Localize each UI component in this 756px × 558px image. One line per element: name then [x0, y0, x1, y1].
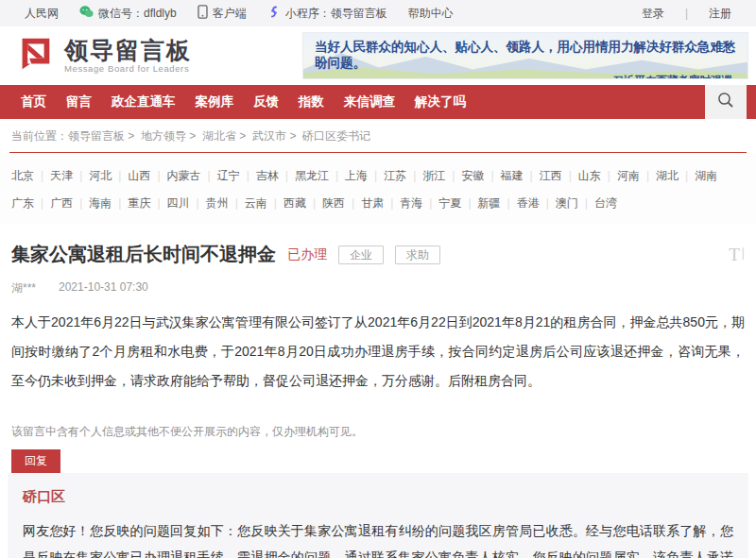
- province-link[interactable]: 广西: [34, 196, 73, 210]
- nav-item[interactable]: 案例库: [190, 93, 240, 110]
- title-row: 集家公寓退租后长时间不退押金 已办理 企业求助 T∣: [11, 242, 745, 267]
- nav-item[interactable]: 解决了吗: [409, 93, 472, 110]
- site-logo[interactable]: 领导留言板 Message Board for Leaders: [13, 32, 192, 79]
- breadcrumb-link[interactable]: 湖北省: [186, 129, 236, 143]
- site-header: 领导留言板 Message Board for Leaders 当好人民群众的知…: [0, 26, 756, 85]
- province-link[interactable]: 山西: [112, 169, 150, 182]
- register-link[interactable]: 注册: [709, 6, 731, 22]
- status-badge: 已办理: [287, 246, 327, 263]
- client-label: 客户端: [213, 6, 247, 22]
- province-link[interactable]: 甘肃: [345, 196, 384, 210]
- login-link[interactable]: 登录: [642, 6, 664, 22]
- banner-text: 当好人民群众的知心人、贴心人、领路人，用心用情用力解决好群众急难愁盼问题。 ——…: [303, 33, 747, 79]
- tag-badges: 企业求助: [327, 245, 440, 263]
- province-link[interactable]: 宁夏: [422, 196, 461, 210]
- reply-tab[interactable]: 回复: [11, 449, 60, 473]
- wechat-item[interactable]: 微信号：dfldlyb: [79, 6, 177, 22]
- province-link[interactable]: 辽宁: [201, 169, 240, 182]
- province-link[interactable]: 天津: [34, 169, 73, 182]
- top-utility-bar: 人民网 微信号：dfldlyb 客户端 小程序：领导留言板 帮助中心 登录 | …: [0, 0, 756, 26]
- breadcrumb-link[interactable]: 武汉市: [236, 129, 286, 143]
- province-link[interactable]: 黑龙江: [279, 169, 329, 182]
- reply-body: 网友您好！您反映的问题回复如下：您反映关于集家公寓退租有纠纷的问题我区房管局已收…: [23, 517, 733, 558]
- nav-item[interactable]: 指数: [293, 93, 330, 110]
- nav-item[interactable]: 留言: [60, 93, 97, 110]
- topbar-left: 人民网 微信号：dfldlyb 客户端 小程序：领导留言板 帮助中心: [25, 5, 454, 22]
- main-nav: 首页留言政企直通车案例库反馈指数来信调查解决了吗: [0, 85, 756, 119]
- message-body: 本人于2021年6月22日与武汉集家公寓管理有限公司签订了从2021年6月22日…: [11, 308, 745, 396]
- province-link[interactable]: 青海: [384, 196, 422, 210]
- province-link[interactable]: 内蒙古: [150, 169, 200, 182]
- province-link[interactable]: 河北: [73, 169, 112, 182]
- province-link[interactable]: 重庆: [112, 196, 150, 210]
- province-link[interactable]: 贵州: [190, 196, 229, 210]
- help-center-link[interactable]: 帮助中心: [408, 6, 454, 22]
- logo-title: 领导留言板: [64, 38, 192, 62]
- province-link[interactable]: 四川: [150, 196, 189, 210]
- help-center-label: 帮助中心: [408, 6, 454, 22]
- breadcrumb-label: 当前位置：: [11, 129, 68, 143]
- logo-subtitle: Message Board for Leaders: [64, 63, 192, 74]
- reply-org: 硚口区: [23, 488, 733, 506]
- miniprogram-icon: [267, 5, 281, 22]
- province-link[interactable]: 福建: [484, 169, 523, 182]
- province-link[interactable]: 海南: [73, 196, 112, 210]
- tag-badge: 求助: [395, 245, 440, 264]
- province-link[interactable]: 湖南: [679, 169, 717, 182]
- client-item[interactable]: 客户端: [198, 5, 247, 22]
- province-link[interactable]: 上海: [329, 169, 368, 182]
- author-name: 湖***: [11, 280, 36, 296]
- province-link[interactable]: 澳门: [540, 196, 578, 210]
- breadcrumb-link[interactable]: 地方领导: [125, 129, 186, 143]
- province-link[interactable]: 江苏: [368, 169, 406, 182]
- privacy-notice: 该留言中含有个人信息或其他不便公开展示的内容，仅办理机构可见。: [11, 424, 745, 440]
- nav-item[interactable]: 来信调查: [338, 93, 401, 110]
- province-link[interactable]: 广东: [11, 196, 34, 210]
- province-link[interactable]: 河南: [601, 169, 640, 182]
- login-register-divider: |: [685, 7, 688, 20]
- province-link[interactable]: 江西: [524, 169, 562, 182]
- province-link[interactable]: 香港: [501, 196, 540, 210]
- message-meta: 湖*** 2021-10-31 07:30: [11, 280, 745, 296]
- province-link[interactable]: 台湾: [578, 196, 617, 210]
- province-row-1: 北京天津河北山西内蒙古辽宁吉林黑龙江上海江苏浙江安徽福建江西山东河南湖北湖南: [11, 162, 745, 190]
- wechat-label: 微信号：dfldlyb: [98, 6, 177, 22]
- province-link[interactable]: 西藏: [267, 196, 306, 210]
- mobile-client-icon: [198, 5, 208, 22]
- slogan-banner: 当好人民群众的知心人、贴心人、领路人，用心用情用力解决好群众急难愁盼问题。 ——…: [302, 32, 748, 79]
- banner-slogan: 当好人民群众的知心人、贴心人、领路人，用心用情用力解决好群众急难愁盼问题。: [315, 39, 738, 71]
- nav-item[interactable]: 政企直通车: [106, 93, 181, 110]
- nav-item[interactable]: 反馈: [248, 93, 284, 110]
- breadcrumb-link[interactable]: 硚口区委书记: [286, 129, 370, 143]
- province-link[interactable]: 浙江: [406, 169, 445, 182]
- message-title: 集家公寓退租后长时间不退押金: [11, 242, 276, 267]
- search-icon: [716, 91, 735, 113]
- topbar-right: 登录 | 注册: [642, 6, 731, 22]
- province-link[interactable]: 安徽: [445, 169, 484, 182]
- breadcrumb-links: 领导留言板地方领导湖北省武汉市硚口区委书记: [68, 129, 370, 143]
- province-link[interactable]: 山东: [562, 169, 601, 182]
- banner-attribution: ——习近平在西藏考察时强调: [315, 74, 738, 79]
- message-section: 集家公寓退租后长时间不退押金 已办理 企业求助 T∣ 湖*** 2021-10-…: [0, 225, 756, 473]
- province-link[interactable]: 北京: [11, 169, 34, 182]
- logo-text: 领导留言板 Message Board for Leaders: [64, 38, 192, 74]
- wechat-icon: [79, 6, 94, 21]
- province-link[interactable]: 云南: [229, 196, 267, 210]
- province-link[interactable]: 湖北: [640, 169, 679, 182]
- peoples-net-link[interactable]: 人民网: [25, 6, 59, 22]
- tag-badge: 企业: [338, 245, 384, 264]
- miniprogram-item[interactable]: 小程序：领导留言板: [267, 5, 387, 22]
- province-link[interactable]: 吉林: [240, 169, 279, 182]
- miniprogram-label: 小程序：领导留言板: [285, 6, 387, 22]
- province-link[interactable]: 新疆: [461, 196, 500, 210]
- province-row-2: 广东广西海南重庆四川贵州云南西藏陕西甘肃青海宁夏新疆香港澳门台湾: [11, 190, 745, 217]
- province-link[interactable]: 陕西: [306, 196, 345, 210]
- search-button[interactable]: [705, 85, 747, 119]
- breadcrumb-link[interactable]: 领导留言板: [68, 129, 125, 143]
- post-time: 2021-10-31 07:30: [59, 280, 148, 296]
- breadcrumb: 当前位置：领导留言板地方领导湖北省武汉市硚口区委书记: [9, 119, 747, 153]
- nav-item[interactable]: 首页: [15, 93, 52, 110]
- logo-icon: [13, 32, 57, 79]
- reply-section: 硚口区 网友您好！您反映的问题回复如下：您反映关于集家公寓退租有纠纷的问题我区房…: [8, 473, 748, 558]
- font-size-icon[interactable]: T∣: [729, 245, 745, 265]
